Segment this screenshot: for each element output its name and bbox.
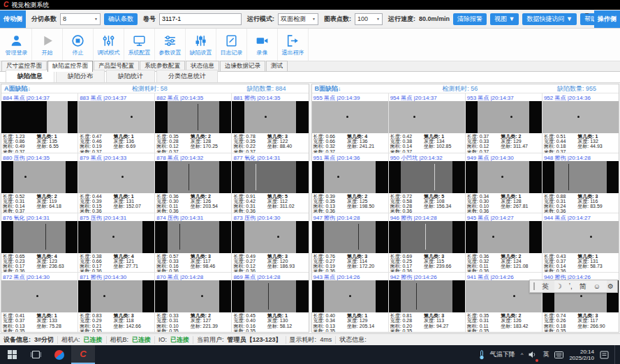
subtab-4[interactable]: 分类信息统计 [156,70,218,82]
defect-metrics-right: 第几类: 2灰度: 126坐标: 183.42 [501,313,540,331]
debug-mode-button[interactable]: 调试模式 [94,29,124,61]
defect-cell[interactable]: 880 压伤 |20:14:35长度: 0.52宽度: 0.31面积: 0.14… [1,153,78,213]
defect-cell[interactable]: 884 黑点 |20:14:37长度: 1.23宽度: 0.86面积: 0.49… [1,93,78,153]
defect-cell[interactable]: 953 黑点 |20:14:37长度: 0.37宽度: 0.33面积: 0.12… [466,93,542,153]
defect-cell-info: 长度: 0.83宽度: 0.29面积: 0.21米数: 0.35第几类: 3灰度… [78,312,154,332]
confirm-count-button[interactable]: 确认条数 [104,13,138,25]
start-button[interactable]: 开始 [32,29,63,61]
defect-cell-info: 长度: 0.34宽度: 0.30面积: 0.10米数: 0.36第几类: 1灰度… [466,193,542,213]
defect-cell-info: 长度: 0.35宽度: 0.28面积: 0.12米数: 0.37第几类: 2灰度… [155,133,231,153]
operator-side-button[interactable]: 操作侧 [594,10,620,28]
defect-cell[interactable]: 876 氧化 |20:14:31长度: 0.65宽度: 0.23面积: 0.17… [1,213,78,273]
tray-expand-chevron[interactable]: ^ [521,351,524,358]
ime-drag-handle[interactable] [533,282,535,290]
defect-cell[interactable]: 944 黑点 |20:14:27长度: 0.43宽度: 0.37面积: 0.14… [542,213,619,273]
defect-cell[interactable]: 946 擦伤 |20:14:28长度: 0.69宽度: 0.25面积: 0.17… [389,213,465,273]
taskbar-app-browser[interactable] [47,345,71,364]
start-button[interactable] [0,345,24,364]
defect-cell[interactable]: 875 压伤 |20:14:31长度: 0.38宽度: 0.66面积: 0.17… [78,213,154,273]
admin-login-button[interactable]: 管理登录 [1,29,32,61]
tab-7[interactable]: 测试 [266,61,288,71]
tab-2[interactable]: 缺陷监控界面 [47,61,93,72]
taskbar-clock[interactable]: 20:14 2025/2/10 [569,349,594,361]
defect-cell-info: 长度: 0.36宽度: 0.30面积: 0.11米数: 0.36第几类: 2灰度… [155,193,231,213]
tab-6[interactable]: 边缘数据记录 [220,61,265,71]
defect-cell[interactable]: 879 黑点 |20:14:33长度: 0.44宽度: 0.39面积: 0.15… [78,153,154,213]
taskbar-app-inspection[interactable]: C [71,345,95,364]
defect-cell[interactable]: 952 黑点 |20:14:36长度: 0.51宽度: 0.44面积: 0.18… [542,93,619,153]
image-band [244,280,296,312]
drive-side-button[interactable]: 传动侧 [0,10,26,28]
defect-thumbnail [1,221,78,253]
minimize-button[interactable]: – [585,10,589,17]
defect-cell[interactable]: 883 黑点 |20:14:37长度: 0.47宽度: 0.46面积: 0.19… [78,93,154,153]
defect-cell[interactable]: 951 黑点 |20:14:36长度: 0.39宽度: 0.35面积: 0.13… [312,153,388,213]
defect-cell[interactable]: 878 黑点 |20:14:32长度: 0.36宽度: 0.30面积: 0.11… [155,153,231,213]
toolbar: 传动侧 分切条数 8 ▼ 确认条数 卷号 运行模式: 双面检测 ▼ 图表点数: … [0,10,620,29]
defect-cell[interactable]: 874 压伤 |20:14:31长度: 0.57宽度: 0.33面积: 0.16… [155,213,231,273]
defect-cell-info: 长度: 0.81宽度: 0.28面积: 0.20米数: 0.35第几类: 3灰度… [389,312,465,332]
defect-cell[interactable]: 949 黑点 |20:14:30长度: 0.34宽度: 0.30面积: 0.10… [466,153,542,213]
defect-thumbnail [389,280,465,312]
defect-cell[interactable]: 947 擦伤 |20:14:28长度: 0.76宽度: 0.27面积: 0.19… [312,213,388,273]
exit-program-button[interactable]: 退出程序 [278,29,309,61]
defect-cell[interactable]: 955 黑点 |20:14:39长度: 0.66宽度: 0.66面积: 0.32… [312,93,388,153]
defect-cell-info: 长度: 0.47宽度: 0.46面积: 0.19米数: 0.37第几类: 1灰度… [78,133,154,153]
defect-mark [590,236,592,238]
touch-keyboard-icon[interactable] [554,351,563,358]
data-quick-access-button[interactable]: 数据快捷访问 ▼ [522,13,576,25]
defect-cell-title: 878 黑点 |20:14:32 [155,153,231,161]
stop-button[interactable]: 停止 [63,29,94,61]
ime-item-6[interactable]: ⚙ [607,282,614,290]
defect-cell[interactable]: 870 黑点 |20:14:28长度: 0.33宽度: 0.31面积: 0.10… [155,273,231,332]
defect-cell[interactable]: 877 氧化 |20:14:31长度: 0.91宽度: 0.42面积: 0.31… [232,153,308,213]
ime-indicator[interactable]: 英 [542,350,549,359]
task-view-button[interactable] [24,345,47,364]
ime-item-4[interactable]: 简 [580,282,586,291]
ime-item-1[interactable]: 英 [542,282,549,291]
param-settings-button[interactable]: 参数设置 [155,29,186,61]
volume-icon[interactable] [529,349,537,361]
record-video-button[interactable]: 录像 [247,29,278,61]
subtab-3[interactable]: 缺陷统计 [106,70,155,82]
defect-metrics-left: 长度: 0.36宽度: 0.30面积: 0.11米数: 0.36 [156,194,189,212]
log-record-button[interactable]: 日志记录 [216,29,247,61]
defect-cell[interactable]: 945 黑点 |20:14:27长度: 0.36宽度: 0.32面积: 0.11… [466,213,542,273]
speed-label: 运行速度: [388,15,415,24]
defect-settings-button[interactable]: 缺陷设置 [186,29,216,61]
weather-status[interactable]: 气温下降 [490,350,515,359]
defect-cell[interactable]: 942 擦伤 |20:14:26长度: 0.81宽度: 0.28面积: 0.20… [389,273,465,332]
defect-cell[interactable]: 873 压伤 |20:14:30长度: 0.49宽度: 0.27面积: 0.12… [232,213,308,273]
notification-center-icon[interactable] [600,351,609,359]
chart-points-select[interactable]: 100 ▼ [355,13,383,25]
taskbar-left-icons: C [0,345,95,364]
defect-cell[interactable]: 943 黑点 |20:14:26长度: 0.40宽度: 0.34面积: 0.13… [312,273,388,332]
defect-cell-info: 长度: 0.37宽度: 0.33面积: 0.12米数: 0.37第几类: 2灰度… [466,133,542,153]
defect-cell[interactable]: 954 黑点 |20:14:37长度: 0.42宽度: 0.38面积: 0.14… [389,93,465,153]
ime-item-2[interactable]: ☽ [556,282,562,290]
run-mode-select[interactable]: 双面检测 ▼ [278,13,318,25]
defect-cell[interactable]: 950 小凹坑 |20:14:32长度: 0.72宽度: 0.58面积: 0.2… [389,153,465,213]
system-config-button[interactable]: 系统配置 [124,29,155,61]
defect-cell[interactable]: 869 黑点 |20:14:28长度: 0.45宽度: 0.40面积: 0.16… [232,273,308,332]
defect-cell[interactable]: 872 黑点 |20:14:30长度: 0.41宽度: 0.37面积: 0.13… [1,273,78,332]
roll-number-input[interactable] [159,13,242,25]
defect-cell[interactable]: 881 擦伤 |20:14:35长度: 0.78宽度: 0.35面积: 0.22… [232,93,308,153]
defect-cell[interactable]: 948 擦伤 |20:14:28长度: 0.88宽度: 0.31面积: 0.24… [542,153,619,213]
clock-date: 2025/2/10 [569,355,594,361]
display-time-label: 显示耗时: [290,335,317,344]
view-menu-button[interactable]: 视图 ▼ [490,13,519,25]
ime-item-3[interactable]: ’, [569,282,573,290]
ime-item-5[interactable]: ☺ [593,282,600,290]
slit-count-select[interactable]: 8 ▼ [60,13,101,25]
panel-a-title[interactable]: A面缺陷↓ [4,84,104,93]
defect-cell[interactable]: 882 黑点 |20:14:35长度: 0.35宽度: 0.28面积: 0.12… [155,93,231,153]
clear-alarm-button[interactable]: 清除报警 [453,13,487,25]
ime-toolbar[interactable]: 英☽’,简☺⚙ [529,280,618,293]
panel-b-title[interactable]: B面缺陷↓ [315,84,415,93]
defect-cell[interactable]: 871 擦伤 |20:14:30长度: 0.83宽度: 0.29面积: 0.21… [78,273,154,332]
defect-mark [268,283,269,310]
defect-metrics-left: 长度: 0.38宽度: 0.66面积: 0.17米数: 0.36 [80,254,112,272]
slit-count-label: 分切条数 [31,15,57,24]
show-desktop-button[interactable] [614,345,617,364]
